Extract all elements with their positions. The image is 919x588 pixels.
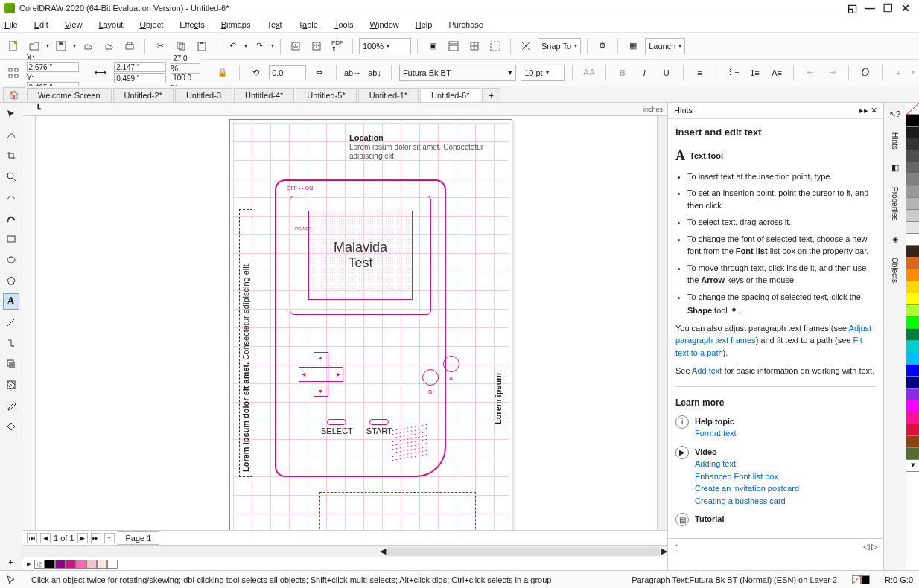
- color-swatch[interactable]: [906, 341, 919, 353]
- tab-untitled-6[interactable]: Untitled-6*: [420, 88, 480, 102]
- page-last-icon[interactable]: ⏭: [91, 533, 101, 543]
- menu-effects[interactable]: Effects: [179, 20, 204, 29]
- launch-dropdown[interactable]: Launch▾: [645, 38, 685, 54]
- quick-customize-icon[interactable]: +: [3, 554, 19, 570]
- font-size-dropdown[interactable]: 10 pt▾: [521, 65, 565, 81]
- page-add-icon[interactable]: +: [104, 533, 115, 543]
- menu-window[interactable]: Window: [370, 20, 399, 29]
- color-swatch[interactable]: [906, 436, 919, 448]
- maximize-button[interactable]: ❐: [879, 2, 897, 14]
- open-icon[interactable]: [25, 37, 43, 55]
- pick-cursor-icon[interactable]: ↖?: [887, 106, 903, 122]
- parallel-dim-icon[interactable]: [3, 314, 19, 330]
- ruler-horizontal[interactable]: ┗ inches: [22, 103, 667, 116]
- dropcap-icon[interactable]: A≡: [768, 64, 786, 82]
- varfont-icon[interactable]: A̲A: [580, 64, 598, 82]
- color-swatch[interactable]: [906, 329, 919, 341]
- color-swatch[interactable]: [906, 115, 919, 127]
- shape-tool-icon[interactable]: [3, 127, 19, 143]
- copy-icon[interactable]: [172, 37, 190, 55]
- hints-home-icon[interactable]: ⌂: [674, 542, 679, 552]
- color-swatch[interactable]: [906, 222, 919, 234]
- color-swatch[interactable]: [906, 162, 919, 174]
- redo-icon[interactable]: ↷: [250, 37, 268, 55]
- nocolor-swatch[interactable]: ⊘: [34, 560, 45, 569]
- hints-fwd-icon[interactable]: ▷: [871, 542, 877, 551]
- tab-untitled-2[interactable]: Untitled-2*: [113, 88, 174, 102]
- height-input[interactable]: [114, 73, 166, 83]
- text-orient-v-icon[interactable]: ab↓: [366, 64, 384, 82]
- menu-file[interactable]: File: [4, 20, 18, 29]
- menu-table[interactable]: Table: [299, 20, 318, 29]
- home-tab-icon[interactable]: 🏠: [3, 87, 25, 102]
- options-icon[interactable]: ⚙: [594, 37, 611, 55]
- hints-back-icon[interactable]: ◁: [863, 542, 869, 551]
- menu-view[interactable]: View: [65, 20, 83, 29]
- account-icon[interactable]: ◱: [843, 2, 861, 14]
- color-swatch[interactable]: [906, 377, 919, 389]
- cloud-down-icon[interactable]: [100, 37, 118, 55]
- open-caret[interactable]: ▾: [46, 42, 49, 49]
- mirror-h-icon[interactable]: ⇔: [311, 64, 328, 82]
- page-next-icon[interactable]: ▶: [77, 533, 88, 543]
- artistic-media-icon[interactable]: [3, 210, 19, 226]
- tab-welcome[interactable]: Welcome Screen: [27, 88, 112, 102]
- italic-icon[interactable]: I: [635, 64, 653, 82]
- zoom-tool-icon[interactable]: [3, 168, 19, 185]
- crop-tool-icon[interactable]: [3, 147, 19, 164]
- paste-icon[interactable]: [193, 37, 211, 55]
- color-swatch[interactable]: [906, 234, 919, 246]
- text-orient-h-icon[interactable]: ab→: [344, 64, 362, 82]
- lock-ratio-icon[interactable]: 🔒: [214, 64, 232, 82]
- canvas[interactable]: Location Lorem ipsum dolor sit amet. Con…: [36, 116, 657, 530]
- new-tab-button[interactable]: +: [482, 88, 500, 102]
- side-text-left[interactable]: Lorem ipsum dolor sit amet. Consectetur …: [239, 209, 252, 477]
- ellipse-tool-icon[interactable]: [3, 252, 19, 268]
- menu-edit[interactable]: Edit: [34, 20, 48, 29]
- color-swatch[interactable]: [906, 138, 919, 150]
- palette-down-icon[interactable]: ▾: [906, 460, 919, 472]
- swatch[interactable]: [86, 560, 97, 569]
- underline-icon[interactable]: U: [658, 64, 675, 82]
- page-tab-1[interactable]: Page 1: [118, 531, 160, 545]
- color-swatch[interactable]: [906, 150, 919, 162]
- swatch[interactable]: [45, 560, 55, 569]
- fullscreen-icon[interactable]: ▣: [424, 37, 442, 55]
- text-tool-icon[interactable]: A: [3, 293, 19, 310]
- snap-dropdown[interactable]: Snap To▾: [538, 38, 581, 54]
- link-video-3[interactable]: Create an invitation postcard: [695, 484, 799, 493]
- rectangle-tool-icon[interactable]: [3, 231, 19, 247]
- cloud-up-icon[interactable]: [79, 37, 97, 55]
- pos-x-input[interactable]: [27, 62, 79, 72]
- export-icon[interactable]: [308, 37, 325, 55]
- redo-caret[interactable]: ▾: [271, 42, 274, 49]
- color-swatch[interactable]: [906, 305, 919, 317]
- save-caret[interactable]: ▾: [73, 42, 76, 49]
- color-swatch[interactable]: [906, 448, 919, 460]
- scale-y-input[interactable]: [171, 73, 200, 83]
- link-video-1[interactable]: Adding text: [695, 459, 736, 468]
- fill-indicator-icon[interactable]: [852, 575, 870, 584]
- save-icon[interactable]: [52, 37, 70, 55]
- align-icon[interactable]: ≡: [691, 64, 709, 82]
- tab-untitled-3[interactable]: Untitled-3: [175, 88, 232, 102]
- color-swatch[interactable]: [906, 400, 919, 412]
- bold-icon[interactable]: B: [614, 64, 632, 82]
- polygon-tool-icon[interactable]: [3, 272, 19, 289]
- link-add-text[interactable]: Add text: [692, 366, 722, 375]
- objects-icon[interactable]: ◈: [887, 231, 903, 247]
- scale-x-input[interactable]: [171, 54, 200, 64]
- launch-icon[interactable]: ▦: [624, 37, 642, 55]
- swatch[interactable]: [66, 560, 76, 569]
- menu-text[interactable]: Text: [267, 20, 282, 29]
- page-prev-icon[interactable]: ◀: [40, 533, 51, 543]
- print-icon[interactable]: [121, 37, 139, 55]
- color-swatch[interactable]: [906, 281, 919, 293]
- indent-dec-icon[interactable]: ⇤: [801, 64, 819, 82]
- undo-icon[interactable]: ↶: [223, 37, 241, 55]
- swatch[interactable]: [97, 560, 107, 569]
- page-first-icon[interactable]: ⏮: [27, 533, 37, 543]
- menu-layout[interactable]: Layout: [98, 20, 123, 29]
- rotation-input[interactable]: [269, 65, 306, 80]
- scrollbar-v[interactable]: [657, 116, 667, 530]
